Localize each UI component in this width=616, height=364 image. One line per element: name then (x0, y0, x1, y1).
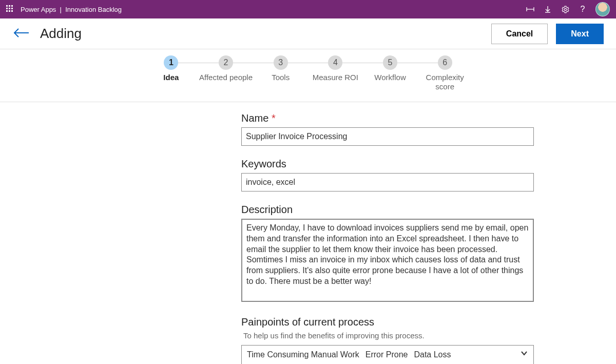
step-label-2: Affected people (199, 73, 253, 82)
brand-label: Power Apps | Innovation Backlog (21, 6, 122, 13)
step-tools[interactable]: 3 Tools (253, 55, 308, 82)
brand-text: Power Apps (21, 6, 56, 13)
steps-container: 1 Idea 2 Affected people 3 Tools 4 Measu… (0, 49, 616, 102)
avatar[interactable] (595, 2, 610, 16)
name-label: Name * (241, 112, 534, 124)
step-circle-6: 6 (438, 55, 452, 70)
painpoints-values: Time Consuming Manual Work Error Prone D… (247, 350, 451, 359)
keywords-input[interactable] (241, 173, 534, 191)
page-header: Adding Cancel Next (0, 18, 616, 49)
help-icon[interactable]: ? (578, 5, 587, 14)
painpoints-select[interactable]: Time Consuming Manual Work Error Prone D… (241, 345, 534, 364)
step-circle-4: 4 (328, 55, 342, 70)
app-name: Innovation Backlog (65, 6, 122, 13)
name-input[interactable] (241, 127, 534, 146)
step-complexity-score[interactable]: 6 Complexity score (417, 55, 472, 91)
step-line (175, 63, 441, 63)
waffle-icon[interactable] (6, 5, 14, 13)
painpoints-helper: To help us find the benefits of improvin… (243, 331, 534, 340)
step-label-5: Workflow (374, 73, 406, 82)
step-workflow[interactable]: 5 Workflow (363, 55, 418, 82)
gear-icon[interactable] (561, 5, 570, 14)
step-label-4: Measure ROI (313, 73, 358, 82)
description-textarea[interactable] (241, 219, 534, 302)
page-title: Adding (40, 26, 82, 42)
form-area: Name * Keywords Description Painpoints o… (82, 112, 534, 364)
keywords-label: Keywords (241, 158, 534, 170)
step-circle-2: 2 (219, 55, 233, 70)
step-label-1: Idea (163, 73, 179, 82)
step-circle-1: 1 (164, 55, 178, 70)
description-label: Description (241, 204, 534, 216)
step-circle-5: 5 (383, 55, 397, 70)
step-label-6: Complexity score (417, 73, 472, 91)
painpoints-chip: Time Consuming Manual Work (247, 350, 359, 359)
step-label-3: Tools (272, 73, 290, 82)
painpoints-chip: Error Prone (365, 350, 408, 359)
fit-icon[interactable] (526, 5, 535, 14)
required-asterisk: * (272, 112, 276, 124)
painpoints-chip: Data Loss (414, 350, 451, 359)
svg-point-5 (564, 8, 566, 10)
painpoints-label: Painpoints of current process (241, 316, 534, 328)
step-idea[interactable]: 1 Idea (144, 55, 199, 82)
cancel-button[interactable]: Cancel (491, 24, 548, 44)
chevron-down-icon (520, 349, 528, 360)
back-arrow-icon[interactable] (12, 27, 31, 41)
top-bar: Power Apps | Innovation Backlog ? (0, 0, 616, 18)
step-circle-3: 3 (274, 55, 288, 70)
next-button[interactable]: Next (556, 24, 604, 44)
step-affected-people[interactable]: 2 Affected people (199, 55, 254, 82)
download-icon[interactable] (543, 5, 552, 14)
step-measure-roi[interactable]: 4 Measure ROI (308, 55, 363, 82)
